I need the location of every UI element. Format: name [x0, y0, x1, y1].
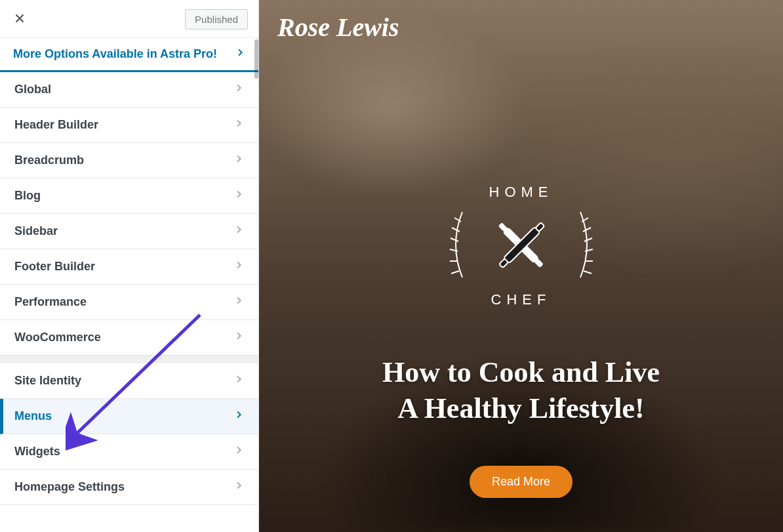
- sidebar-header: Published: [0, 0, 258, 38]
- customizer-sidebar: Published More Options Available in Astr…: [0, 0, 259, 532]
- menu-item-label: WooCommerce: [14, 331, 101, 344]
- menu-item-footer-builder[interactable]: Footer Builder: [0, 249, 258, 285]
- chevron-right-icon: [233, 224, 244, 238]
- publish-button[interactable]: Published: [185, 9, 248, 30]
- badge-top-text: HOME: [489, 184, 553, 201]
- menu-item-label: Site Identity: [14, 374, 81, 388]
- read-more-button[interactable]: Read More: [470, 466, 572, 498]
- chevron-right-icon: [235, 47, 245, 61]
- menu-item-label: Menus: [14, 409, 52, 423]
- menu-item-menus[interactable]: Menus: [0, 399, 258, 434]
- wheat-left-icon: [443, 205, 469, 287]
- menu-item-breadcrumb[interactable]: Breadcrumb: [0, 143, 258, 178]
- menu-item-blog[interactable]: Blog: [0, 178, 258, 214]
- chevron-right-icon: [233, 189, 244, 203]
- hero-badge: HOME CHEF: [449, 174, 593, 318]
- menu-item-header-builder[interactable]: Header Builder: [0, 108, 258, 143]
- site-preview: Rose Lewis HOME: [259, 0, 783, 532]
- hero-line-1: How to Cook and Live: [382, 354, 660, 390]
- menu-item-global[interactable]: Global: [0, 72, 258, 108]
- chevron-right-icon: [233, 118, 244, 132]
- svg-rect-5: [499, 258, 508, 268]
- chevron-right-icon: [233, 83, 244, 96]
- scrollbar-thumb[interactable]: [254, 39, 258, 79]
- chevron-right-icon: [233, 480, 244, 494]
- chevron-right-icon: [233, 409, 244, 423]
- hero-title: How to Cook and Live A Healthy Lifestyle…: [382, 354, 660, 426]
- menu-item-label: Header Builder: [14, 118, 98, 132]
- menu-item-site-identity[interactable]: Site Identity: [0, 356, 258, 399]
- chevron-right-icon: [233, 331, 244, 344]
- menu-item-label: Performance: [14, 295, 87, 309]
- menu-item-performance[interactable]: Performance: [0, 285, 258, 320]
- menu-item-label: Global: [14, 83, 51, 96]
- badge-bottom-text: CHEF: [491, 291, 552, 308]
- close-button[interactable]: [10, 10, 29, 29]
- menu-item-woocommerce[interactable]: WooCommerce: [0, 320, 258, 356]
- chevron-right-icon: [233, 295, 244, 309]
- chevron-right-icon: [233, 445, 244, 459]
- hero-line-2: A Healthy Lifestyle!: [382, 390, 660, 426]
- menu-item-label: Sidebar: [14, 224, 58, 238]
- menu-item-label: Homepage Settings: [14, 480, 125, 494]
- menu-item-label: Breadcrumb: [14, 153, 84, 167]
- wheat-right-icon: [574, 205, 600, 287]
- customizer-menu-list: Global Header Builder Breadcrumb Blog Si…: [0, 72, 258, 505]
- menu-item-sidebar[interactable]: Sidebar: [0, 214, 258, 249]
- menu-item-label: Footer Builder: [14, 260, 95, 274]
- menu-item-widgets[interactable]: Widgets: [0, 434, 258, 470]
- chevron-right-icon: [233, 260, 244, 274]
- site-brand: Rose Lewis: [277, 12, 399, 43]
- menu-item-label: Widgets: [14, 445, 60, 459]
- promo-astra-pro[interactable]: More Options Available in Astra Pro!: [0, 38, 258, 72]
- promo-label: More Options Available in Astra Pro!: [13, 47, 217, 61]
- menu-item-label: Blog: [14, 189, 41, 203]
- close-icon: [12, 11, 27, 28]
- chevron-right-icon: [233, 374, 244, 388]
- menu-item-homepage-settings[interactable]: Homepage Settings: [0, 470, 258, 505]
- crossed-rolling-pins-icon: [485, 209, 557, 283]
- chevron-right-icon: [233, 153, 244, 167]
